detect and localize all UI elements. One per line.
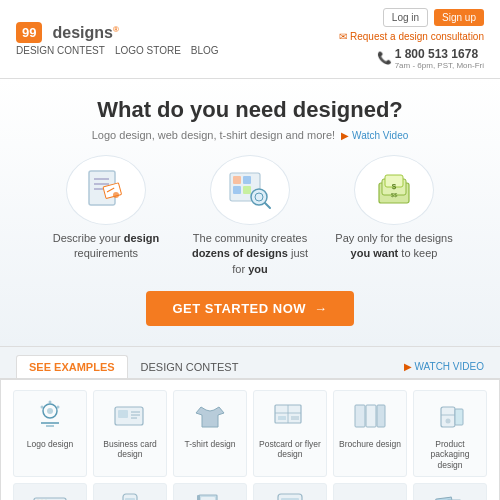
- step-1-icon: [66, 155, 146, 225]
- hero-subtext: Logo design, web design, t-shirt design …: [20, 129, 480, 141]
- step-3-text: Pay only for the designs you want to kee…: [329, 231, 459, 262]
- examples-tabs: SEE EXAMPLES DESIGN CONTEST ▶ WATCH VIDE…: [0, 347, 500, 379]
- tab-design-contest[interactable]: DESIGN CONTEST: [128, 355, 252, 378]
- grid-item-tablet[interactable]: Tablet app design: [253, 483, 327, 500]
- steps-container: Describe your design requirements The co…: [20, 155, 480, 277]
- cta-button[interactable]: GET STARTED NOW →: [146, 291, 353, 326]
- grid-item-stationery[interactable]: Stationery design: [413, 483, 487, 500]
- svg-rect-8: [233, 176, 241, 184]
- grid-item-brochure[interactable]: Brochure design: [333, 390, 407, 477]
- business-card-icon: [111, 397, 149, 435]
- mobile-icon: [111, 490, 149, 500]
- svg-line-13: [265, 203, 270, 208]
- tshirt-icon: [191, 397, 229, 435]
- stationery-icon: [431, 490, 469, 500]
- svg-point-24: [49, 401, 52, 404]
- grid-item-architecture[interactable]: Architecture design: [333, 483, 407, 500]
- website-icon: [31, 490, 69, 500]
- grid-item-logo[interactable]: Logo design: [13, 390, 87, 477]
- grid-item-tshirt[interactable]: T-shirt design: [173, 390, 247, 477]
- svg-text:$$: $$: [391, 192, 398, 198]
- logo-designs: designs®: [52, 24, 118, 42]
- grid-item-book[interactable]: Book cover design: [173, 483, 247, 500]
- examples-grid-row2: Website design Mobile app design: [13, 483, 487, 500]
- packaging-icon: [431, 397, 469, 435]
- header: 99 designs® DESIGN CONTEST LOGO STORE BL…: [0, 0, 500, 79]
- svg-rect-41: [441, 407, 455, 427]
- hero-heading: What do you need designed?: [20, 97, 480, 123]
- cta-label: GET STARTED NOW: [172, 301, 306, 316]
- grid-item-packaging[interactable]: Product packaging design: [413, 390, 487, 477]
- tab-see-examples[interactable]: SEE EXAMPLES: [16, 355, 128, 378]
- grid-item-mobile[interactable]: Mobile app design: [93, 483, 167, 500]
- nav-design-contest[interactable]: DESIGN CONTEST: [16, 45, 105, 56]
- svg-rect-62: [197, 495, 200, 500]
- hero-section: What do you need designed? Logo design, …: [0, 79, 500, 346]
- svg-rect-42: [455, 409, 463, 425]
- svg-rect-38: [355, 405, 365, 427]
- svg-rect-28: [118, 410, 128, 418]
- examples-section: SEE EXAMPLES DESIGN CONTEST ▶ WATCH VIDE…: [0, 346, 500, 500]
- svg-rect-9: [243, 176, 251, 184]
- examples-grid-row1: Logo design Business card design: [13, 390, 487, 477]
- step-3: $ $$ Pay only for the designs you want t…: [329, 155, 459, 277]
- step-2-text: The community creates dozens of designs …: [185, 231, 315, 277]
- book-icon: [191, 490, 229, 500]
- grid-item-brochure-label: Brochure design: [338, 439, 402, 449]
- svg-point-21: [47, 408, 53, 414]
- phone-area: 📞 1 800 513 1678 7am - 6pm, PST, Mon-Fri: [377, 46, 484, 70]
- consultation-text: Request a design consultation: [350, 31, 484, 42]
- logo-area: 99 designs®: [16, 22, 219, 43]
- svg-point-6: [113, 192, 119, 198]
- nav-links: DESIGN CONTEST LOGO STORE BLOG: [16, 45, 219, 56]
- brochure-icon: [351, 397, 389, 435]
- step-2-icon: [210, 155, 290, 225]
- grid-item-website[interactable]: Website design: [13, 483, 87, 500]
- step-1-text: Describe your design requirements: [41, 231, 171, 262]
- grid-item-business-card-label: Business card design: [98, 439, 162, 459]
- logo-icon: [31, 397, 69, 435]
- grid-item-packaging-label: Product packaging design: [418, 439, 482, 470]
- svg-rect-35: [278, 416, 286, 420]
- svg-rect-10: [233, 186, 241, 194]
- svg-point-44: [446, 419, 451, 424]
- postcard-icon: [271, 397, 309, 435]
- nav-blog[interactable]: BLOG: [191, 45, 219, 56]
- svg-rect-39: [366, 405, 376, 427]
- consultation-link[interactable]: ✉ Request a design consultation: [339, 31, 484, 42]
- logo-99: 99: [16, 22, 42, 43]
- svg-point-25: [57, 406, 60, 409]
- watch-video-tab-label: WATCH VIDEO: [415, 361, 484, 372]
- grid-item-logo-label: Logo design: [18, 439, 82, 449]
- nav-logo-store[interactable]: LOGO STORE: [115, 45, 181, 56]
- phone-hours: 7am - 6pm, PST, Mon-Fri: [395, 61, 484, 70]
- phone-number: 1 800 513 1678: [395, 47, 478, 61]
- watch-video-link[interactable]: ▶ Watch Video: [341, 130, 408, 141]
- svg-rect-11: [243, 186, 251, 194]
- grid-item-postcard-label: Postcard or flyer design: [258, 439, 322, 459]
- tablet-icon: [271, 490, 309, 500]
- svg-point-26: [41, 406, 44, 409]
- signup-button[interactable]: Sign up: [434, 9, 484, 26]
- header-right: Log in Sign up ✉ Request a design consul…: [339, 8, 484, 70]
- step-2: The community creates dozens of designs …: [185, 155, 315, 277]
- hero-subtext-text: Logo design, web design, t-shirt design …: [92, 129, 335, 141]
- watch-video-tab[interactable]: ▶ WATCH VIDEO: [404, 361, 484, 372]
- grid-item-business-card[interactable]: Business card design: [93, 390, 167, 477]
- header-actions: Log in Sign up: [383, 8, 484, 27]
- grid-item-postcard[interactable]: Postcard or flyer design: [253, 390, 327, 477]
- login-button[interactable]: Log in: [383, 8, 428, 27]
- examples-grid-wrap: Logo design Business card design: [0, 379, 500, 500]
- step-3-icon: $ $$: [354, 155, 434, 225]
- cta-arrow: →: [314, 301, 328, 316]
- svg-rect-40: [377, 405, 385, 427]
- step-1: Describe your design requirements: [41, 155, 171, 277]
- architecture-icon: [351, 490, 389, 500]
- watch-video-label: Watch Video: [352, 130, 408, 141]
- svg-text:$: $: [392, 182, 397, 191]
- grid-item-tshirt-label: T-shirt design: [178, 439, 242, 449]
